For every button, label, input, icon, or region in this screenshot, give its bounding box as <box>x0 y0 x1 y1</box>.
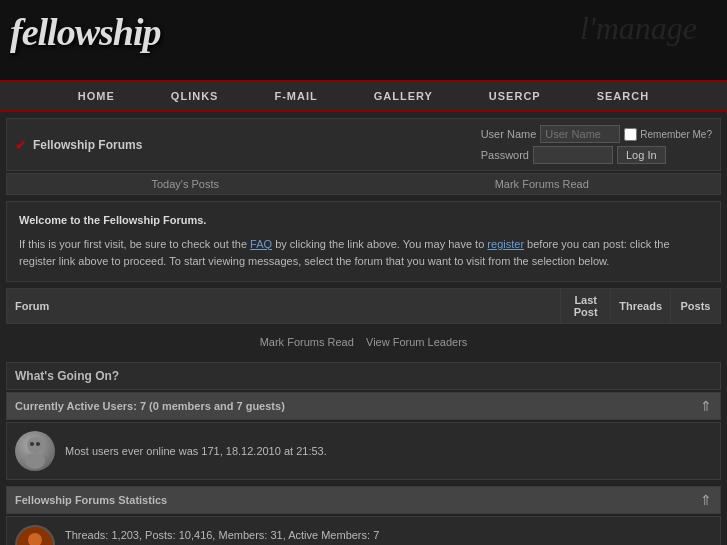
avatar-image <box>15 431 55 471</box>
username-input[interactable] <box>540 125 620 143</box>
password-row: Password Log In <box>481 146 712 164</box>
active-users-text: Currently Active Users: 7 (0 members and… <box>15 400 285 412</box>
nav-home[interactable]: HOME <box>50 82 143 110</box>
welcome-body: If this is your first visit, be sure to … <box>19 236 708 271</box>
forum-header-bar: ✔ Fellowship Forums User Name Remember M… <box>6 118 721 171</box>
mark-forums-read-link[interactable]: Mark Forums Read <box>260 336 354 348</box>
welcome-title: Welcome to the Fellowship Forums. <box>19 212 708 230</box>
stats-bar: Fellowship Forums Statistics ⇑ <box>6 486 721 514</box>
links-bar: Mark Forums Read View Forum Leaders <box>6 330 721 354</box>
faq-link[interactable]: FAQ <box>250 238 272 250</box>
svg-point-0 <box>27 437 43 453</box>
logo-area: fellowship <box>10 10 160 54</box>
user-row: Most users ever online was 171, 18.12.20… <box>6 422 721 480</box>
avatar-svg <box>15 431 55 471</box>
svg-point-3 <box>36 442 40 446</box>
remember-me-label: Remember Me? <box>640 129 712 140</box>
main-content: ✔ Fellowship Forums User Name Remember M… <box>0 112 727 545</box>
login-button[interactable]: Log In <box>617 146 666 164</box>
remember-me-area: Remember Me? <box>624 128 712 141</box>
stats-avatar <box>15 525 55 545</box>
remember-me-checkbox[interactable] <box>624 128 637 141</box>
mark-forums-read-link-top[interactable]: Mark Forums Read <box>364 178 721 190</box>
subbar: Today's Posts Mark Forums Read <box>6 173 721 195</box>
lastpost-col-header: LastPost <box>561 288 611 323</box>
login-area: User Name Remember Me? Password Log In <box>481 125 712 164</box>
stats-text: Threads: 1,203, Posts: 10,416, Members: … <box>65 527 379 545</box>
nav-search[interactable]: SEARCH <box>569 82 677 110</box>
stats-row: Threads: 1,203, Posts: 10,416, Members: … <box>6 516 721 545</box>
svg-point-1 <box>25 453 45 469</box>
forum-title-area: ✔ Fellowship Forums <box>15 137 142 153</box>
login-form: User Name Remember Me? Password Log In <box>481 125 712 164</box>
stats-avatar-svg <box>15 525 55 545</box>
collapse-icon[interactable]: ⇑ <box>700 398 712 414</box>
avatar <box>15 431 55 471</box>
nav-gallery[interactable]: GALLERY <box>346 82 461 110</box>
nav-fmail[interactable]: F-MAIL <box>246 82 345 110</box>
stats-title: Fellowship Forums Statistics <box>15 494 167 506</box>
password-label: Password <box>481 149 529 161</box>
site-logo: fellowship <box>10 11 160 53</box>
header: fellowship l'manage <box>0 0 727 80</box>
checkmark-icon: ✔ <box>15 137 27 153</box>
today-posts-link[interactable]: Today's Posts <box>7 178 364 190</box>
register-link[interactable]: register <box>487 238 524 250</box>
nav-qlinks[interactable]: QLINKS <box>143 82 247 110</box>
welcome-box: Welcome to the Fellowship Forums. If thi… <box>6 201 721 282</box>
threads-col-header: Threads <box>611 288 671 323</box>
active-users-bar: Currently Active Users: 7 (0 members and… <box>6 392 721 420</box>
forum-col-header: Forum <box>7 288 561 323</box>
header-bg-text: l'manage <box>580 10 697 47</box>
stats-info: Threads: 1,203, Posts: 10,416, Members: … <box>65 527 379 545</box>
whats-going-on-header: What's Going On? <box>6 362 721 390</box>
username-label: User Name <box>481 128 537 140</box>
username-row: User Name Remember Me? <box>481 125 712 143</box>
posts-col-header: Posts <box>671 288 721 323</box>
svg-point-2 <box>30 442 34 446</box>
view-forum-leaders-link[interactable]: View Forum Leaders <box>366 336 467 348</box>
nav-usercp[interactable]: USERCP <box>461 82 569 110</box>
max-online-text: Most users ever online was 171, 18.12.20… <box>65 445 327 457</box>
forum-title: Fellowship Forums <box>33 138 142 152</box>
nav-bar: HOME QLINKS F-MAIL GALLERY USERCP SEARCH <box>0 80 727 112</box>
password-input[interactable] <box>533 146 613 164</box>
forum-table: Forum LastPost Threads Posts <box>6 288 721 324</box>
stats-collapse-icon[interactable]: ⇑ <box>700 492 712 508</box>
